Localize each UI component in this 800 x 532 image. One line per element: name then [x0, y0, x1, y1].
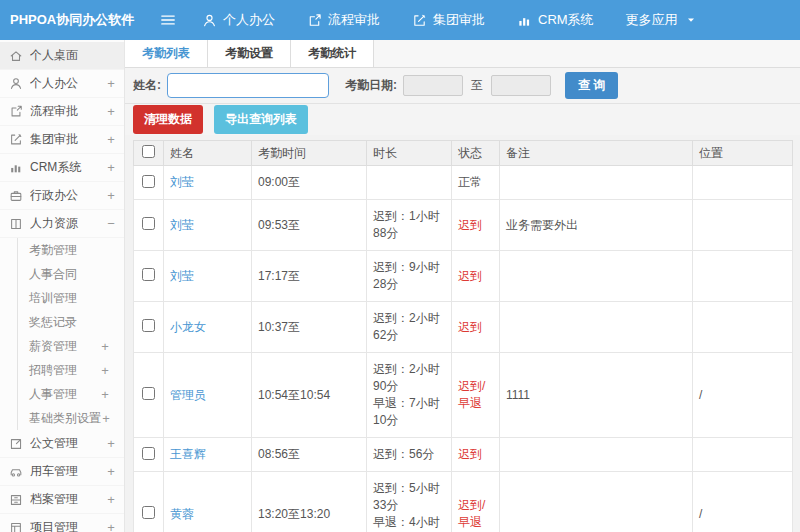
sidebar-item-crm-system[interactable]: CRM系统+ [0, 154, 124, 182]
nav-item-label: 个人办公 [223, 11, 275, 29]
location-cell [693, 200, 793, 251]
sidebar-subitem-reward-punish-records[interactable]: 奖惩记录 [18, 310, 124, 334]
sidebar-item-label: 用车管理 [30, 463, 106, 480]
sidebar-subitem-personnel-management[interactable]: 人事管理+ [18, 382, 124, 406]
main-content: 考勤列表考勤设置考勤统计 姓名: 考勤日期: 至 查 询 清理数据 导出查询列表… [125, 40, 800, 532]
status-badge: 迟到 [458, 218, 482, 232]
sidebar-item-workflow-approval[interactable]: 流程审批+ [0, 98, 124, 126]
expand-toggle-icon[interactable]: + [100, 339, 110, 354]
sidebar-subitem-label: 招聘管理 [29, 362, 100, 379]
hamburger-icon[interactable] [158, 10, 178, 30]
name-label: 姓名: [133, 77, 161, 94]
sidebar-subitem-recruitment-management[interactable]: 招聘管理+ [18, 358, 124, 382]
tab-attendance-settings[interactable]: 考勤设置 [208, 40, 291, 67]
status-cell: 迟到 [452, 200, 500, 251]
sidebar-subitem-attendance-management[interactable]: 考勤管理 [18, 238, 124, 262]
app-logo[interactable]: PHPOA协同办公软件 [0, 11, 158, 29]
briefcase-icon [9, 189, 23, 203]
column-header-0: 姓名 [164, 141, 252, 166]
expand-toggle-icon[interactable]: + [100, 387, 110, 402]
duration-cell: 迟到：56分 [367, 438, 452, 472]
checkbox-cell [134, 353, 164, 438]
sidebar-subitem-base-category-settings[interactable]: 基础类别设置+ [18, 406, 124, 430]
sidebar-item-personal-desktop[interactable]: 个人桌面 [0, 42, 124, 70]
status-badge: 迟到/早退 [458, 379, 485, 410]
expand-toggle-icon[interactable]: + [106, 104, 116, 119]
sidebar-subitem-hr-contract[interactable]: 人事合同 [18, 262, 124, 286]
employee-name-link[interactable]: 王喜辉 [170, 447, 206, 461]
nav-item-label: 更多应用 [626, 11, 678, 29]
sidebar-subitem-label: 人事管理 [29, 386, 100, 403]
column-header-1: 考勤时间 [252, 141, 367, 166]
navbar-menu: 个人办公流程审批集团审批CRM系统更多应用 [202, 11, 699, 29]
employee-name-link[interactable]: 小龙女 [170, 320, 206, 334]
expand-toggle-icon[interactable]: + [100, 363, 110, 378]
tab-attendance-stats[interactable]: 考勤统计 [291, 40, 374, 67]
employee-name-link[interactable]: 刘莹 [170, 269, 194, 283]
row-checkbox[interactable] [142, 387, 155, 400]
sidebar-item-group-approval[interactable]: 集团审批+ [0, 126, 124, 154]
nav-item-more-apps[interactable]: 更多应用 [626, 11, 699, 29]
attendance-time-cell: 08:56至 [252, 438, 367, 472]
attendance-time-cell: 09:00至 [252, 166, 367, 200]
expand-toggle-icon[interactable]: + [106, 520, 116, 532]
expand-toggle-icon[interactable]: + [106, 132, 116, 147]
employee-name-link[interactable]: 刘莹 [170, 175, 194, 189]
sidebar-subitem-salary-management[interactable]: 薪资管理+ [18, 334, 124, 358]
nav-item-personal-office[interactable]: 个人办公 [202, 11, 275, 29]
sidebar-item-human-resources[interactable]: 人力资源− [0, 210, 124, 238]
date-to-input[interactable] [491, 75, 551, 96]
row-checkbox[interactable] [142, 447, 155, 460]
sidebar-subitem-label: 培训管理 [29, 290, 100, 307]
duration-cell: 迟到：1小时88分 [367, 200, 452, 251]
expand-toggle-icon[interactable]: + [106, 160, 116, 175]
sidebar-item-vehicle-management[interactable]: 用车管理+ [0, 458, 124, 486]
sidebar-subitem-training-management[interactable]: 培训管理 [18, 286, 124, 310]
export-list-button[interactable]: 导出查询列表 [214, 105, 308, 134]
archive-icon [9, 493, 23, 507]
row-checkbox[interactable] [142, 506, 155, 519]
attendance-table-wrap: 姓名考勤时间时长状态备注位置 刘莹09:00至正常刘莹09:53至迟到：1小时8… [133, 140, 792, 532]
sidebar-item-admin-office[interactable]: 行政办公+ [0, 182, 124, 210]
duration-line: 早退：7小时10分 [373, 395, 445, 429]
nav-item-crm-system[interactable]: CRM系统 [517, 11, 594, 29]
tab-attendance-list[interactable]: 考勤列表 [125, 40, 208, 67]
remark-cell: 业务需要外出 [500, 200, 693, 251]
sidebar-subitem-label: 基础类别设置 [29, 410, 101, 427]
sidebar-subitem-label: 人事合同 [29, 266, 100, 283]
user-icon [9, 77, 23, 91]
sidebar-item-project-management[interactable]: 项目管理+ [0, 514, 124, 532]
row-checkbox[interactable] [142, 319, 155, 332]
expand-toggle-icon[interactable]: + [106, 188, 116, 203]
date-from-input[interactable] [403, 75, 463, 96]
employee-name-link[interactable]: 管理员 [170, 388, 206, 402]
checkbox-cell [134, 472, 164, 532]
expand-toggle-icon[interactable]: + [106, 464, 116, 479]
search-button[interactable]: 查 询 [565, 72, 618, 99]
attendance-time-cell: 09:53至 [252, 200, 367, 251]
expand-toggle-icon[interactable]: + [106, 492, 116, 507]
sidebar-subitem-label: 奖惩记录 [29, 314, 100, 331]
sidebar-item-archive-management[interactable]: 档案管理+ [0, 486, 124, 514]
sidebar-item-document-management[interactable]: 公文管理+ [0, 430, 124, 458]
sidebar-item-label: 人力资源 [30, 215, 106, 232]
attendance-table: 姓名考勤时间时长状态备注位置 刘莹09:00至正常刘莹09:53至迟到：1小时8… [133, 140, 793, 532]
sidebar-item-personal-office[interactable]: 个人办公+ [0, 70, 124, 98]
employee-name-link[interactable]: 黄蓉 [170, 507, 194, 521]
select-all-checkbox[interactable] [142, 145, 155, 158]
expand-toggle-icon[interactable]: + [106, 76, 116, 91]
row-checkbox[interactable] [142, 217, 155, 230]
expand-toggle-icon[interactable]: + [106, 436, 116, 451]
nav-item-workflow-approval[interactable]: 流程审批 [307, 11, 380, 29]
expand-toggle-icon[interactable]: − [106, 216, 116, 231]
row-checkbox[interactable] [142, 268, 155, 281]
column-header-3: 状态 [452, 141, 500, 166]
clear-data-button[interactable]: 清理数据 [133, 105, 203, 134]
row-checkbox[interactable] [142, 175, 155, 188]
name-input[interactable] [167, 73, 329, 98]
location-cell [693, 166, 793, 200]
expand-toggle-icon[interactable]: + [101, 411, 111, 426]
table-row: 刘莹17:17至迟到：9小时28分迟到 [134, 251, 793, 302]
employee-name-link[interactable]: 刘莹 [170, 218, 194, 232]
nav-item-group-approval[interactable]: 集团审批 [412, 11, 485, 29]
